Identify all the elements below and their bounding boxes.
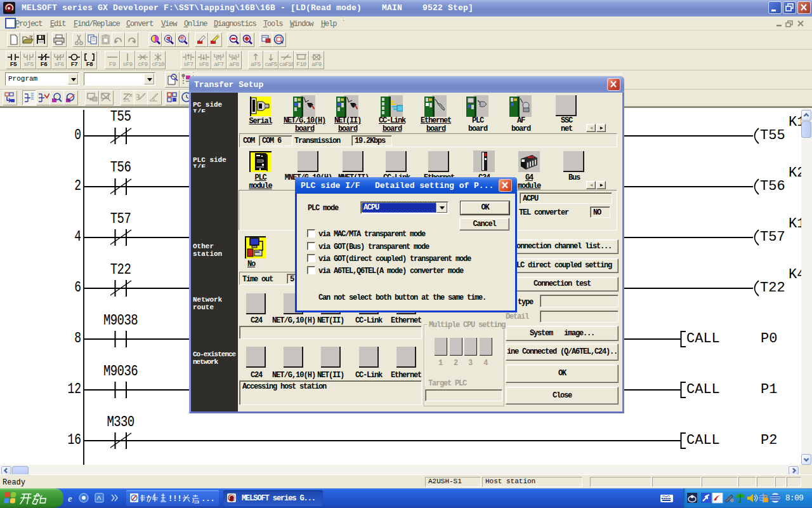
svg-text:!!!: !!! [168,495,182,504]
svg-text:123: 123 [179,39,185,43]
svg-text:e: e [68,493,72,504]
svg-text:...: ... [201,495,215,504]
